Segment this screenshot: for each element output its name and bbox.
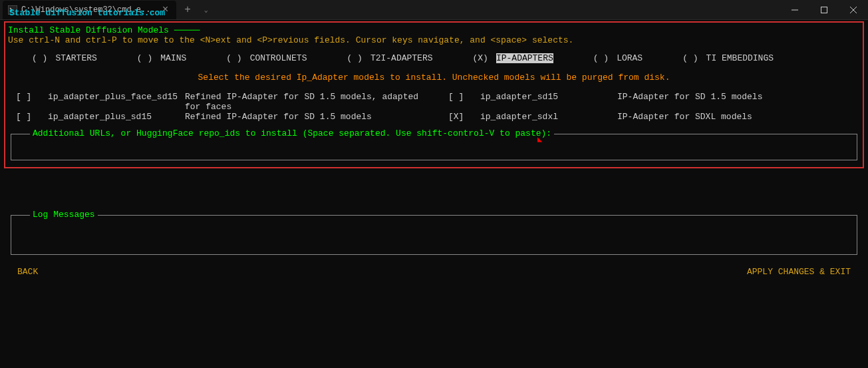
cmd-icon xyxy=(8,5,17,15)
terminal-tab[interactable]: C:\Windows\system32\cmd.e... × xyxy=(3,1,176,19)
tab-mains[interactable]: ( ) MAINS xyxy=(137,53,186,63)
log-messages-label: Log Messages xyxy=(30,210,98,220)
svg-rect-2 xyxy=(821,7,827,13)
model-desc: Refined IP-Adapter for SD 1.5 models, ad… xyxy=(185,92,438,112)
highlight-box: Install Stable Diffusion Models ───── Us… xyxy=(4,21,864,168)
close-window-button[interactable] xyxy=(839,0,868,19)
checkbox-ip-adapter-sdxl[interactable]: [X] xyxy=(448,112,470,122)
model-name: ip_adapter_plus_face_sd15 xyxy=(48,92,174,112)
checkbox-ip-adapter-plus-face-sd15[interactable]: [ ] xyxy=(16,92,37,112)
tab-title: C:\Windows\system32\cmd.e... xyxy=(21,5,156,15)
minimize-button[interactable] xyxy=(780,0,809,19)
tab-controlnets[interactable]: ( ) CONTROLNETS xyxy=(226,53,307,63)
model-desc: IP-Adapter for SD 1.5 models xyxy=(617,92,852,112)
tab-loras[interactable]: ( ) LORAS xyxy=(593,53,643,63)
checkbox-ip-adapter-plus-sd15[interactable]: [ ] xyxy=(16,112,37,122)
footer: BACK APPLY CHANGES & EXIT xyxy=(4,255,864,277)
model-desc: Refined IP-Adapter for SD 1.5 models xyxy=(185,112,438,122)
window-titlebar: C:\Windows\system32\cmd.e... × + ⌄ xyxy=(0,0,868,20)
tab-t2i-adapters[interactable]: ( ) T2I-ADAPTERS xyxy=(347,53,432,63)
help-text: Use ctrl-N and ctrl-P to move to the <N>… xyxy=(8,35,860,45)
instruction-text: Select the desired Ip_Adapter models to … xyxy=(8,69,860,87)
model-name: ip_adapter_sd15 xyxy=(480,92,607,112)
installer-title: Install Stable Diffusion Models xyxy=(8,25,169,35)
additional-urls-input[interactable]: Additional URLs, or HuggingFace repo_ids… xyxy=(11,134,857,160)
additional-urls-label: Additional URLs, or HuggingFace repo_ids… xyxy=(30,128,554,138)
tab-starters[interactable]: ( ) STARTERS xyxy=(32,53,97,63)
title-line-extension: ───── xyxy=(174,25,200,35)
log-messages-box: Log Messages xyxy=(11,215,857,255)
tab-dropdown-icon[interactable]: ⌄ xyxy=(199,6,214,14)
tab-ip-adapters[interactable]: (X) IP-ADAPTERS xyxy=(473,53,553,63)
svg-rect-0 xyxy=(8,5,17,15)
apply-changes-button[interactable]: APPLY CHANGES & EXIT xyxy=(747,267,851,277)
models-grid: [ ] ip_adapter_plus_face_sd15 Refined IP… xyxy=(8,87,860,122)
tab-ti-embeddings[interactable]: ( ) TI EMBEDDINGS xyxy=(682,53,774,63)
model-name: ip_adapter_sdxl xyxy=(480,112,607,122)
close-icon[interactable]: × xyxy=(160,5,172,15)
checkbox-ip-adapter-sd15[interactable]: [ ] xyxy=(448,92,470,112)
new-tab-button[interactable]: + xyxy=(176,4,199,16)
model-name: ip_adapter_plus_sd15 xyxy=(48,112,174,122)
model-desc: IP-Adapter for SDXL models xyxy=(617,112,852,122)
back-button[interactable]: BACK xyxy=(17,267,38,277)
category-tabs: ( ) STARTERS ( ) MAINS ( ) CONTROLNETS (… xyxy=(8,45,860,69)
maximize-button[interactable] xyxy=(809,0,839,19)
window-controls xyxy=(780,0,868,19)
